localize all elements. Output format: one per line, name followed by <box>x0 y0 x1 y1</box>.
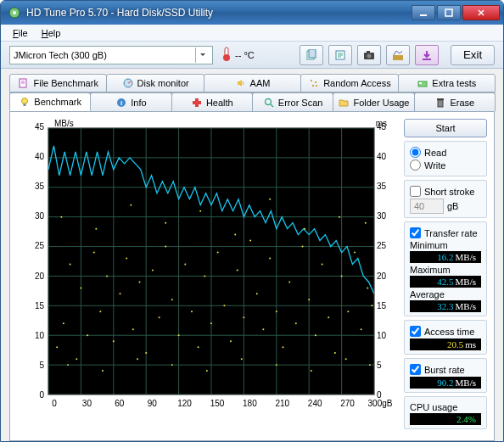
svg-point-120 <box>345 358 347 360</box>
tab-health[interactable]: Health <box>171 92 253 111</box>
avg-label: Average <box>410 289 481 299</box>
tab-random-access[interactable]: Random Access <box>300 74 398 92</box>
svg-point-82 <box>249 240 251 242</box>
svg-point-65 <box>139 281 141 283</box>
close-button[interactable] <box>462 5 500 20</box>
tab-extra-tests[interactable]: Extra tests <box>398 74 496 92</box>
tab-file-benchmark[interactable]: File Benchmark <box>9 74 107 92</box>
svg-point-86 <box>276 311 277 312</box>
info-icon: i <box>115 97 127 109</box>
maximize-button[interactable] <box>437 5 461 20</box>
cpu-label: CPU usage <box>410 402 481 412</box>
short-stroke-check[interactable]: Short stroke <box>410 186 481 197</box>
tab-error-scan[interactable]: Error Scan <box>252 92 333 111</box>
svg-point-67 <box>152 269 154 271</box>
svg-point-61 <box>113 340 115 342</box>
cpu-value: 2.4% <box>410 413 481 425</box>
svg-point-90 <box>302 246 304 248</box>
svg-point-77 <box>217 252 219 254</box>
svg-point-55 <box>76 358 77 360</box>
svg-rect-2 <box>420 14 427 16</box>
svg-point-114 <box>137 358 138 360</box>
svg-point-99 <box>361 328 362 330</box>
read-radio[interactable]: Read <box>410 147 481 158</box>
svg-point-104 <box>130 204 132 206</box>
svg-point-88 <box>288 281 290 283</box>
copy-info-button[interactable] <box>300 45 323 65</box>
svg-point-81 <box>243 316 244 318</box>
menu-help[interactable]: Help <box>35 26 68 40</box>
svg-rect-27 <box>193 101 201 104</box>
write-radio[interactable]: Write <box>410 159 481 171</box>
exit-button[interactable]: Exit <box>451 45 495 65</box>
copy-text-button[interactable] <box>328 45 352 65</box>
svg-point-111 <box>365 222 367 224</box>
svg-point-76 <box>210 322 212 324</box>
drive-select[interactable]: JMicron Tech (300 gB) <box>9 46 213 64</box>
start-button[interactable]: Start <box>404 119 487 137</box>
short-stroke-value <box>410 199 444 214</box>
titlebar[interactable]: HD Tune Pro 5.70 - Hard Disk/SSD Utility <box>1 1 503 25</box>
min-value: 16.2MB/s <box>410 251 481 263</box>
scan-icon <box>263 97 275 109</box>
options-button[interactable] <box>386 45 410 65</box>
svg-point-17 <box>315 81 316 83</box>
svg-point-117 <box>241 358 243 360</box>
toolbar: JMicron Tech (300 gB) -- °C Exit <box>1 42 503 69</box>
burst-rate-check[interactable]: Burst rate <box>410 364 481 375</box>
tab-erase[interactable]: Erase <box>414 92 496 111</box>
tab-info[interactable]: iInfo <box>90 92 171 111</box>
svg-point-64 <box>132 328 134 330</box>
side-panel: Start Read Write Short stroke gB Transfe… <box>404 119 487 434</box>
svg-point-91 <box>308 299 310 300</box>
svg-point-75 <box>204 275 205 277</box>
svg-point-60 <box>106 275 108 277</box>
svg-point-96 <box>341 275 343 277</box>
svg-point-100 <box>367 287 368 288</box>
svg-rect-13 <box>423 59 431 60</box>
svg-rect-23 <box>24 104 26 106</box>
svg-point-1 <box>13 11 16 14</box>
svg-point-79 <box>230 340 232 342</box>
svg-point-73 <box>191 311 193 312</box>
max-value: 42.5MB/s <box>410 276 481 288</box>
svg-point-74 <box>198 346 199 348</box>
svg-point-19 <box>316 85 317 87</box>
menu-file[interactable]: File <box>6 26 35 40</box>
minimize-button[interactable] <box>412 5 435 20</box>
svg-rect-3 <box>445 9 452 16</box>
access-time-check[interactable]: Access time <box>410 326 481 337</box>
save-button[interactable] <box>415 45 439 65</box>
tabrow-secondary: File Benchmark Disk monitor AAM Random A… <box>9 74 495 93</box>
monitor-icon <box>122 77 134 89</box>
svg-point-68 <box>159 316 160 318</box>
extra-icon <box>417 77 428 89</box>
svg-point-66 <box>145 352 147 354</box>
svg-point-58 <box>93 252 95 254</box>
svg-point-54 <box>70 263 71 265</box>
chart-area: MB/s ms 00551010151520202525303035354040… <box>17 119 397 434</box>
svg-point-121 <box>369 364 371 366</box>
thermometer-icon <box>221 47 232 64</box>
random-icon <box>308 77 320 89</box>
svg-rect-29 <box>438 100 443 107</box>
transfer-rate-check[interactable]: Transfer rate <box>410 227 481 238</box>
health-icon <box>191 97 203 109</box>
svg-point-56 <box>80 287 81 288</box>
burst-value: 90.2MB/s <box>410 377 481 389</box>
tab-folder-usage[interactable]: Folder Usage <box>333 92 414 111</box>
svg-rect-30 <box>437 98 444 100</box>
tab-benchmark[interactable]: Benchmark <box>9 92 91 111</box>
svg-point-59 <box>99 311 101 312</box>
tab-aam[interactable]: AAM <box>204 74 301 92</box>
file-bench-icon <box>18 77 30 89</box>
svg-point-116 <box>206 370 208 372</box>
window-title: HD Tune Pro 5.70 - Hard Disk/SSD Utility <box>26 7 412 19</box>
svg-point-78 <box>223 305 225 306</box>
svg-point-103 <box>95 228 97 230</box>
svg-point-113 <box>102 370 104 372</box>
screenshot-button[interactable] <box>357 45 381 65</box>
tab-disk-monitor[interactable]: Disk monitor <box>106 74 204 92</box>
min-label: Minimum <box>410 240 481 250</box>
svg-point-63 <box>126 258 127 260</box>
